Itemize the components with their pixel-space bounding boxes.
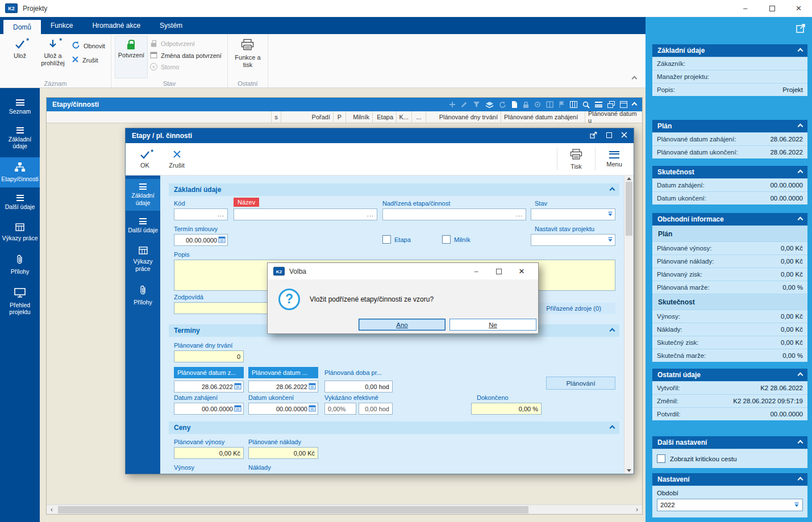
section-header[interactable]: Další nastavení bbox=[652, 436, 807, 449]
nazev-input[interactable]: ... bbox=[234, 208, 377, 220]
section-header[interactable]: Skutečnost bbox=[652, 166, 807, 178]
sidebar-item-prilohy[interactable]: Přílohy bbox=[0, 249, 40, 280]
stav-dropdown[interactable] bbox=[531, 208, 615, 220]
datum-ukonceni-input[interactable]: 00.00.0000 bbox=[248, 403, 318, 415]
termin-smlouvy-input[interactable]: 00.00.0000 bbox=[174, 234, 228, 246]
section-header-ceny[interactable]: Ceny bbox=[169, 421, 619, 434]
save-button[interactable]: Ulož bbox=[3, 36, 36, 78]
panel-collapse-button[interactable] bbox=[632, 103, 636, 107]
critical-path-checkbox[interactable] bbox=[657, 454, 665, 463]
dialog-nav-zakladni-udaje[interactable]: Základní údaje bbox=[126, 179, 160, 211]
kod-input[interactable]: ... bbox=[174, 208, 228, 220]
refresh-button[interactable]: Obnovit bbox=[72, 41, 105, 51]
minimize-button[interactable]: – bbox=[465, 263, 488, 279]
close-button[interactable]: × bbox=[510, 263, 533, 279]
sidebar-item-etapy-cinnosti[interactable]: Etapy/činnosti bbox=[0, 157, 40, 187]
print-button[interactable]: Tisk bbox=[560, 143, 592, 175]
scroll-up-arrow[interactable] bbox=[627, 177, 631, 180]
etapa-checkbox[interactable] bbox=[382, 235, 391, 244]
grid-column-s[interactable]: s bbox=[272, 111, 281, 123]
tab-hromadne-akce[interactable]: Hromadné akce bbox=[82, 17, 150, 34]
milnik-checkbox[interactable] bbox=[442, 235, 451, 244]
lock-icon[interactable] bbox=[523, 101, 529, 108]
plan-doba-input[interactable]: 0,00 hod bbox=[324, 381, 393, 392]
settings-icon[interactable] bbox=[534, 101, 541, 108]
cancel-button[interactable]: Zrušit bbox=[161, 143, 193, 175]
cascade-windows-icon[interactable] bbox=[607, 101, 615, 108]
nastavit-stav-dropdown[interactable] bbox=[531, 234, 615, 246]
dropdown-chevron-icon[interactable] bbox=[794, 502, 799, 509]
dropdown-chevron-icon[interactable] bbox=[607, 211, 613, 218]
change-confirm-date-button[interactable]: Změna data potvrzení bbox=[150, 51, 222, 60]
dialog-nav-dalsi-udaje[interactable]: Další údaje bbox=[126, 214, 160, 239]
plan-vynosy-input[interactable]: 0,00 Kč bbox=[174, 447, 244, 459]
dropdown-chevron-icon[interactable] bbox=[607, 236, 613, 244]
grid-column-milnik[interactable]: Milník bbox=[346, 111, 373, 123]
scroll-down-arrow[interactable] bbox=[627, 469, 631, 472]
sidebar-item-dalsi-udaje[interactable]: Další údaje bbox=[0, 190, 40, 215]
tab-funkce[interactable]: Funkce bbox=[41, 17, 82, 34]
section-header-zakladni[interactable]: Základní údaje bbox=[169, 183, 619, 196]
maximize-button[interactable] bbox=[606, 132, 612, 140]
section-header[interactable]: Plán bbox=[652, 120, 807, 132]
grid-column-plan-ukonceni[interactable]: Plánované datum u bbox=[585, 111, 642, 123]
functions-print-button[interactable]: Funkce a tisk bbox=[231, 36, 264, 78]
filter-icon[interactable] bbox=[473, 101, 480, 108]
menu-button[interactable]: Menu bbox=[598, 143, 630, 175]
obdobi-dropdown[interactable]: 2022 bbox=[657, 499, 803, 511]
confirm-button[interactable]: Potvrzení bbox=[115, 36, 148, 78]
plan-datum-zahajeni-input[interactable]: 28.06.2022 bbox=[174, 381, 244, 392]
window-icon[interactable] bbox=[620, 101, 627, 108]
ellipsis-button[interactable]: ... bbox=[366, 212, 375, 216]
prirazene-zdroje-button[interactable]: Přiřazené zdroje (0) bbox=[532, 303, 615, 314]
plan-datum-ukonceni-input[interactable]: 28.06.2022 bbox=[248, 381, 318, 392]
minimize-button[interactable]: – bbox=[732, 0, 759, 16]
ellipsis-button[interactable]: ... bbox=[216, 212, 226, 216]
grid-column-plan-dny[interactable]: Plánované dny trvání bbox=[426, 111, 501, 123]
cancel-button[interactable]: Zrušit bbox=[72, 56, 105, 64]
columns-icon[interactable] bbox=[570, 101, 577, 108]
sidebar-item-seznam[interactable]: Seznam bbox=[0, 95, 40, 120]
edit-icon[interactable] bbox=[461, 101, 468, 108]
ok-button[interactable]: OK bbox=[129, 143, 161, 175]
calendar-icon[interactable] bbox=[309, 382, 316, 391]
scrollbar-thumb[interactable] bbox=[58, 506, 528, 513]
grid-column-plan-zahajeni[interactable]: Plánované datum zahájení bbox=[501, 111, 585, 123]
scrollbar-track[interactable] bbox=[624, 182, 634, 467]
dokonceno-input[interactable]: 0,00 % bbox=[471, 403, 542, 415]
scroll-left-arrow[interactable]: ‹ bbox=[47, 506, 57, 514]
maximize-button[interactable] bbox=[759, 0, 785, 16]
calendar-icon[interactable] bbox=[309, 404, 316, 413]
save-and-view-button[interactable]: Ulož a prohlížej bbox=[36, 36, 69, 78]
plan-dny-input[interactable]: 0 bbox=[174, 350, 244, 362]
nadrizena-input[interactable]: ... bbox=[382, 208, 526, 220]
plan-naklady-input[interactable]: 0,00 Kč bbox=[248, 447, 318, 459]
expand-panel-icon[interactable] bbox=[796, 23, 806, 35]
layers-icon[interactable] bbox=[485, 101, 494, 108]
planovani-button[interactable]: Plánování bbox=[546, 377, 615, 390]
datum-zahajeni-input[interactable]: 00.00.0000 bbox=[174, 403, 244, 415]
section-header[interactable]: Nastavení bbox=[652, 473, 807, 486]
storno-button[interactable]: × Storno bbox=[150, 63, 222, 70]
grid-column-tree[interactable] bbox=[47, 111, 272, 123]
calendar-icon[interactable] bbox=[234, 404, 241, 413]
sidebar-item-prehled-projektu[interactable]: Přehled projektu bbox=[0, 283, 40, 320]
dialog-nav-prilohy[interactable]: Přílohy bbox=[126, 280, 160, 311]
grid-column-k[interactable]: K... bbox=[397, 111, 412, 123]
search-settings-icon[interactable] bbox=[582, 101, 590, 108]
grid-column-dots[interactable]: ... bbox=[412, 111, 426, 123]
maximize-button[interactable] bbox=[488, 263, 510, 279]
grid-column-poradi[interactable]: Pořadí bbox=[281, 111, 334, 123]
calendar-icon[interactable] bbox=[234, 382, 241, 391]
vertical-scrollbar[interactable] bbox=[624, 176, 634, 474]
close-button[interactable] bbox=[621, 132, 627, 140]
ne-button[interactable]: Ne bbox=[449, 319, 536, 331]
tab-system[interactable]: Systém bbox=[150, 17, 192, 34]
ribbon-collapse-button[interactable] bbox=[632, 74, 636, 82]
grid-column-p[interactable]: P bbox=[334, 111, 346, 123]
dock-window-button[interactable] bbox=[590, 132, 597, 140]
sidebar-item-zakladni-udaje[interactable]: Základní údaje bbox=[0, 123, 40, 154]
grid-column-etapa[interactable]: Etapa bbox=[373, 111, 397, 123]
flag-icon[interactable] bbox=[559, 101, 565, 108]
scroll-right-arrow[interactable]: › bbox=[632, 506, 642, 514]
